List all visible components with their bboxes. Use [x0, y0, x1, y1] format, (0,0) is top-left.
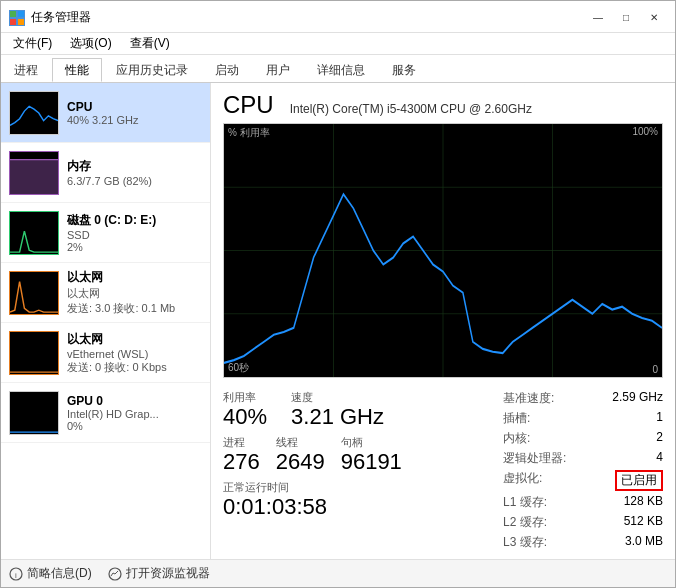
- l1-label: L1 缓存:: [503, 494, 547, 511]
- gpu-usage: 0%: [67, 420, 202, 432]
- network2-usage: 发送: 0 接收: 0 Kbps: [67, 360, 202, 375]
- main-content: CPU 40% 3.21 GHz 内存 6.3/7.7 GB (82%): [1, 83, 675, 559]
- chart-label-util: % 利用率: [228, 126, 270, 140]
- sidebar-item-disk[interactable]: 磁盘 0 (C: D: E:) SSD 2%: [1, 203, 210, 263]
- util-block: 利用率 40%: [223, 390, 267, 429]
- tab-bar: 进程 性能 应用历史记录 启动 用户 详细信息 服务: [1, 55, 675, 83]
- base-speed-row: 基准速度: 2.59 GHz: [503, 390, 663, 407]
- sidebar-item-memory[interactable]: 内存 6.3/7.7 GB (82%): [1, 143, 210, 203]
- socket-value: 1: [656, 410, 663, 427]
- menu-file[interactable]: 文件(F): [5, 33, 60, 54]
- footer: i 简略信息(D) 打开资源监视器: [1, 559, 675, 587]
- resource-monitor-label: 打开资源监视器: [126, 565, 210, 582]
- tab-performance[interactable]: 性能: [52, 58, 102, 82]
- svg-rect-4: [10, 159, 58, 193]
- thread-value: 2649: [276, 450, 325, 474]
- menu-view[interactable]: 查看(V): [122, 33, 178, 54]
- l3-value: 3.0 MB: [625, 534, 663, 551]
- svg-rect-0: [10, 11, 16, 17]
- svg-rect-1: [18, 11, 24, 17]
- thread-label: 线程: [276, 435, 325, 450]
- network2-mini-graph: [9, 331, 59, 375]
- l2-value: 512 KB: [624, 514, 663, 531]
- network1-name: 以太网: [67, 286, 202, 301]
- core-label: 内核:: [503, 430, 530, 447]
- memory-mini-graph: [9, 151, 59, 195]
- handle-label: 句柄: [341, 435, 402, 450]
- chart-label-60s: 60秒: [228, 361, 249, 375]
- menu-bar: 文件(F) 选项(O) 查看(V): [1, 33, 675, 55]
- thread-block: 线程 2649: [276, 435, 325, 474]
- memory-info: 内存 6.3/7.7 GB (82%): [67, 158, 202, 187]
- gpu-name: Intel(R) HD Grap...: [67, 408, 202, 420]
- logical-row: 逻辑处理器: 4: [503, 450, 663, 467]
- l3-label: L3 缓存:: [503, 534, 547, 551]
- cpu-detail-panel: CPU Intel(R) Core(TM) i5-4300M CPU @ 2.6…: [211, 83, 675, 559]
- logical-label: 逻辑处理器:: [503, 450, 566, 467]
- gpu-info: GPU 0 Intel(R) HD Grap... 0%: [67, 394, 202, 432]
- cpu-header: CPU Intel(R) Core(TM) i5-4300M CPU @ 2.6…: [223, 91, 663, 119]
- process-block: 进程 276: [223, 435, 260, 474]
- monitor-icon: [108, 567, 122, 581]
- cpu-chart: % 利用率 100% 60秒 0: [223, 123, 663, 378]
- tab-app-history[interactable]: 应用历史记录: [103, 58, 201, 82]
- cpu-model: Intel(R) Core(TM) i5-4300M CPU @ 2.60GHz: [290, 102, 532, 116]
- core-value: 2: [656, 430, 663, 447]
- resource-monitor-button[interactable]: 打开资源监视器: [108, 565, 210, 582]
- sidebar-item-cpu[interactable]: CPU 40% 3.21 GHz: [1, 83, 210, 143]
- minimize-button[interactable]: —: [585, 8, 611, 28]
- network2-name: vEthernet (WSL): [67, 348, 202, 360]
- window-title: 任务管理器: [31, 9, 91, 26]
- disk-mini-graph: [9, 211, 59, 255]
- l1-row: L1 缓存: 128 KB: [503, 494, 663, 511]
- uptime-value: 0:01:03:58: [223, 495, 487, 519]
- tab-process[interactable]: 进程: [1, 58, 51, 82]
- uptime-label: 正常运行时间: [223, 480, 487, 495]
- cpu-mini-graph: [9, 91, 59, 135]
- summary-label: 简略信息(D): [27, 565, 92, 582]
- network1-label: 以太网: [67, 269, 202, 286]
- summary-button[interactable]: i 简略信息(D): [9, 565, 92, 582]
- process-value: 276: [223, 450, 260, 474]
- socket-row: 插槽: 1: [503, 410, 663, 427]
- tab-details[interactable]: 详细信息: [304, 58, 378, 82]
- memory-label: 内存: [67, 158, 202, 175]
- right-stats-block: 基准速度: 2.59 GHz 插槽: 1 内核: 2 逻辑处理器: 4: [503, 390, 663, 551]
- sidebar-item-network1[interactable]: 以太网 以太网 发送: 3.0 接收: 0.1 Mb: [1, 263, 210, 323]
- disk-type: SSD: [67, 229, 202, 241]
- tab-services[interactable]: 服务: [379, 58, 429, 82]
- gpu-mini-graph: [9, 391, 59, 435]
- svg-rect-3: [18, 19, 24, 25]
- virt-label: 虚拟化:: [503, 470, 542, 491]
- close-button[interactable]: ✕: [641, 8, 667, 28]
- chart-label-0: 0: [652, 364, 658, 375]
- cpu-usage: 40% 3.21 GHz: [67, 114, 202, 126]
- virt-value: 已启用: [615, 470, 663, 491]
- network2-label: 以太网: [67, 331, 202, 348]
- tab-users[interactable]: 用户: [253, 58, 303, 82]
- memory-usage: 6.3/7.7 GB (82%): [67, 175, 202, 187]
- core-row: 内核: 2: [503, 430, 663, 447]
- logical-value: 4: [656, 450, 663, 467]
- handle-block: 句柄 96191: [341, 435, 402, 474]
- tab-startup[interactable]: 启动: [202, 58, 252, 82]
- menu-options[interactable]: 选项(O): [62, 33, 119, 54]
- disk-usage: 2%: [67, 241, 202, 253]
- socket-label: 插槽:: [503, 410, 530, 427]
- speed-label: 速度: [291, 390, 384, 405]
- sidebar-item-network2[interactable]: 以太网 vEthernet (WSL) 发送: 0 接收: 0 Kbps: [1, 323, 210, 383]
- util-value: 40%: [223, 405, 267, 429]
- network2-info: 以太网 vEthernet (WSL) 发送: 0 接收: 0 Kbps: [67, 331, 202, 375]
- cpu-info: CPU 40% 3.21 GHz: [67, 100, 202, 126]
- l1-value: 128 KB: [624, 494, 663, 511]
- speed-block: 速度 3.21 GHz: [291, 390, 384, 429]
- network1-usage: 发送: 3.0 接收: 0.1 Mb: [67, 301, 202, 316]
- maximize-button[interactable]: □: [613, 8, 639, 28]
- process-label: 进程: [223, 435, 260, 450]
- summary-icon: i: [9, 567, 23, 581]
- disk-label: 磁盘 0 (C: D: E:): [67, 212, 202, 229]
- sidebar: CPU 40% 3.21 GHz 内存 6.3/7.7 GB (82%): [1, 83, 211, 559]
- speed-value: 3.21 GHz: [291, 405, 384, 429]
- title-bar: 任务管理器 — □ ✕: [1, 1, 675, 33]
- sidebar-item-gpu[interactable]: GPU 0 Intel(R) HD Grap... 0%: [1, 383, 210, 443]
